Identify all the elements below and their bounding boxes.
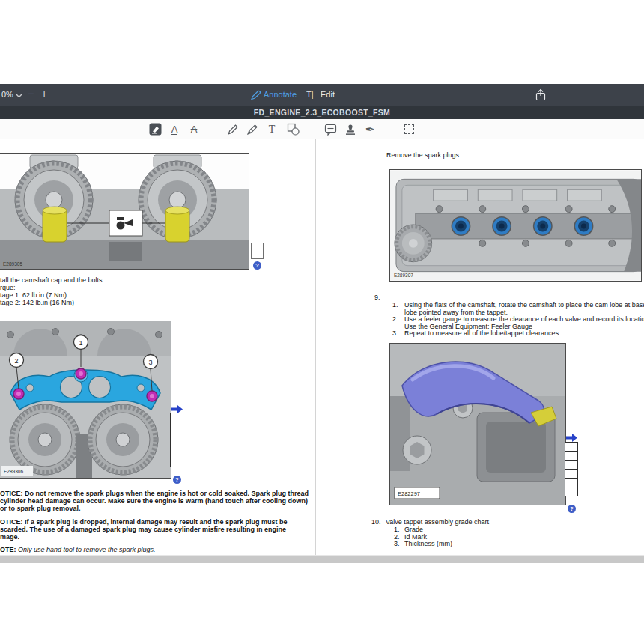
substep-text: Thickness (mm)	[404, 540, 452, 547]
tab-edit[interactable]: Edit	[321, 84, 335, 106]
document-title: FD_ENGINE_2.3_ECOBOOST_FSM	[0, 106, 644, 119]
notice-line: or to spark plug removal.	[0, 505, 81, 512]
grade-chart-column	[565, 443, 578, 496]
step-number: 9.	[374, 294, 380, 301]
grade-chart-cell	[170, 458, 183, 467]
instruction-line: tage 2: 142 lb.in (16 Nm)	[0, 299, 74, 306]
grade-chart-cell	[251, 243, 264, 259]
annotate-pen-icon	[250, 90, 261, 100]
figure-spark-plugs: E289307	[389, 169, 642, 282]
chevron-down-icon[interactable]	[16, 94, 22, 98]
notice-line: mage.	[0, 533, 19, 541]
callout-2: 2	[10, 353, 24, 368]
spark-plug-well-2	[492, 216, 511, 236]
stamp-icon[interactable]	[344, 119, 357, 139]
cam-sprocket-left	[10, 404, 80, 475]
text-icon[interactable]: T	[266, 119, 278, 139]
strikethrough-icon[interactable]: A	[188, 119, 200, 139]
highlighted-bolt-3	[147, 391, 157, 401]
remove-spark-plugs-text: Remove the spark plugs.	[386, 151, 461, 159]
cam-sprocket	[395, 225, 432, 262]
substep-text: Grade	[404, 526, 423, 533]
marker-icon[interactable]	[246, 119, 259, 139]
edit-text-icon: T|	[306, 84, 314, 106]
figure-label: E282297	[398, 490, 420, 497]
document-canvas[interactable]: E289305 ? tall the camshaft cap and the …	[0, 139, 644, 644]
engine-front-view-image: 1 2 3 E289306	[0, 321, 171, 478]
figure-camshaft-bolts: 1 2 3 E289306	[0, 321, 171, 479]
pen-icon[interactable]	[226, 119, 240, 139]
highlighted-bolt-1	[76, 368, 86, 379]
shapes-icon[interactable]	[285, 119, 300, 139]
substep-number: 1.	[392, 301, 398, 309]
select-area-icon[interactable]	[403, 119, 415, 139]
substep-text: Use a feeler gauge to measure the cleara…	[404, 315, 644, 323]
substep-text: Using the flats of the camshaft, rotate …	[404, 301, 644, 309]
figure-label: E289306	[4, 469, 23, 474]
feeler-gauge-image: E282297	[390, 344, 565, 505]
notice-line: cylinder head damage can occur. Make sur…	[0, 497, 308, 505]
substep-number: 2.	[392, 315, 398, 323]
spark-plug-well-3	[533, 216, 553, 236]
zoom-out-button[interactable]: −	[28, 84, 34, 106]
grade-chart-cell	[565, 487, 578, 496]
instruction-line: rque:	[0, 284, 16, 291]
spark-plug-well-1	[452, 216, 471, 236]
general-equipment-icon	[566, 434, 577, 442]
annotation-toolbar: A A T ✒	[0, 119, 644, 139]
highlighted-seal-left	[43, 207, 67, 242]
substep-text: Repeat to measure all of the lobe/tappet…	[404, 329, 561, 337]
main-toolbar: 0% − + Annotate T| Edit	[0, 84, 644, 106]
pasteboard-gap	[0, 556, 644, 563]
highlighted-bolt-2	[13, 389, 24, 399]
help-icon[interactable]: ?	[173, 476, 181, 484]
grade-chart-column	[170, 413, 183, 467]
underline-icon[interactable]: A	[168, 119, 180, 139]
notice-line: OTICE: If a spark plug is dropped, inter…	[0, 518, 288, 526]
svg-text:2: 2	[14, 357, 18, 365]
step-title: Valve tappet assembly grade chart	[386, 518, 489, 526]
bolt-boss-left	[403, 436, 431, 464]
pdf-viewer-window: 0% − + Annotate T| Edit FD_ENGINE_2.3_EC…	[0, 0, 644, 644]
note-prefix: OTE:	[0, 546, 16, 553]
signature-icon[interactable]: ✒	[363, 119, 377, 139]
instruction-line: tage 1: 62 lb.in (7 Nm)	[0, 291, 67, 299]
cylinder-head-top-image: E289307	[390, 170, 641, 281]
engine-top-view-image: E289305	[0, 154, 249, 269]
highlighted-seal-right	[165, 207, 189, 242]
instruction-line: tall the camshaft cap and the bolts.	[0, 276, 104, 284]
tab-annotate[interactable]: Annotate	[264, 84, 297, 106]
svg-text:3: 3	[148, 359, 152, 366]
document-titlebar: FD_ENGINE_2.3_ECOBOOST_FSM	[0, 106, 644, 119]
cam-sprocket-right	[88, 404, 158, 475]
figure-label: E289307	[394, 273, 413, 278]
notice-line: OTICE: Do not remove the spark plugs whe…	[0, 490, 309, 497]
note-icon[interactable]	[323, 119, 338, 139]
help-icon[interactable]: ?	[253, 261, 261, 270]
figure-feeler-gauge: E282297	[389, 343, 566, 505]
lubricate-inset-icon	[109, 210, 142, 236]
page-divider	[315, 139, 316, 556]
substep-number: 3.	[392, 329, 398, 337]
figure-camshaft-cap-install: E289305	[0, 153, 249, 270]
zoom-level[interactable]: 0%	[1, 84, 13, 106]
notice-line: scarded. The use of a damaged spark plug…	[0, 526, 286, 533]
step-number: 10.	[371, 518, 381, 526]
callout-1: 1	[74, 335, 88, 350]
highlight-icon[interactable]	[148, 119, 162, 139]
note-text: Only use hand tool to remove the spark p…	[18, 546, 156, 553]
share-icon[interactable]	[535, 88, 547, 101]
page-bottom-edge	[0, 555, 644, 556]
zoom-in-button[interactable]: +	[41, 84, 47, 106]
note-hand-tool: OTE: Only use hand tool to remove the sp…	[0, 546, 156, 553]
callout-3: 3	[144, 355, 158, 369]
substep-number: 1.	[394, 526, 400, 533]
spark-plug-well-4	[574, 216, 594, 236]
substep-number: 3.	[394, 540, 400, 547]
svg-text:1: 1	[79, 339, 82, 347]
help-icon[interactable]: ?	[568, 505, 576, 513]
figure-label: E289305	[3, 261, 22, 267]
